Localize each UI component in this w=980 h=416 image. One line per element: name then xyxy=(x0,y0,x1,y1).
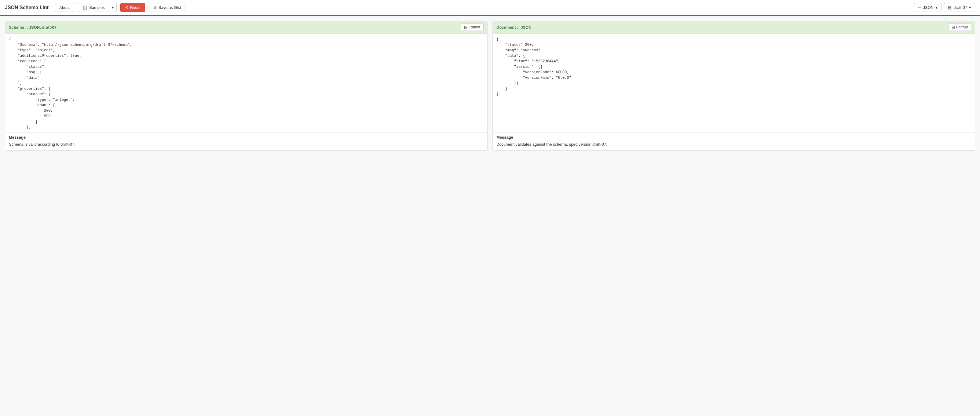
schema-panel-title: Schema :: JSON, draft-07 xyxy=(9,25,57,30)
format-icon-2: ▤ xyxy=(951,25,955,29)
reset-button[interactable]: ✕ Reset xyxy=(120,3,145,12)
json-format-dropdown[interactable]: ✏ JSON ▾ xyxy=(914,3,942,12)
caret-down-icon: ▾ xyxy=(112,5,114,10)
about-button[interactable]: About xyxy=(55,3,74,12)
document-panel-header: Document :: JSON ▤ Format xyxy=(493,21,975,33)
document-panel: Document :: JSON ▤ Format { "status":200… xyxy=(492,21,975,151)
save-gist-button[interactable]: ⬇ Save as Gist xyxy=(149,3,186,12)
document-editor: { "status":200, "msg": "success", "data"… xyxy=(493,33,975,132)
document-message-label: Message xyxy=(493,132,975,141)
schema-format-button[interactable]: ▤ Format xyxy=(461,24,484,31)
document-panel-title: Document :: JSON xyxy=(496,25,531,30)
samples-button[interactable]: 📋 Samples xyxy=(78,3,109,12)
columns-icon: ▤ xyxy=(948,5,951,10)
main-content: Schema :: JSON, draft-07 ▤ Format { "$sc… xyxy=(0,16,980,156)
schema-message-text: Schema is valid according to draft-07. xyxy=(5,141,487,150)
schema-textarea[interactable]: { "$schema": "http://json-schema.org/dra… xyxy=(5,33,487,131)
schema-panel-header: Schema :: JSON, draft-07 ▤ Format xyxy=(5,21,487,33)
times-icon: ✕ xyxy=(125,5,128,10)
schema-message-label: Message xyxy=(5,132,487,141)
pencil-icon: ✏ xyxy=(918,5,921,10)
caret-icon-2: ▾ xyxy=(969,5,971,10)
format-icon: ▤ xyxy=(464,25,468,29)
document-textarea[interactable]: { "status":200, "msg": "success", "data"… xyxy=(493,33,975,131)
download-icon: ⬇ xyxy=(153,5,157,10)
samples-dropdown-button[interactable]: ▾ xyxy=(109,3,117,12)
copy-icon: 📋 xyxy=(83,5,88,10)
app-title: JSON Schema Lint xyxy=(5,5,49,10)
document-message-text: Document validates against the schema, s… xyxy=(493,141,975,150)
caret-icon: ▾ xyxy=(935,5,937,10)
schema-panel: Schema :: JSON, draft-07 ▤ Format { "$sc… xyxy=(5,21,488,151)
schema-editor: { "$schema": "http://json-schema.org/dra… xyxy=(5,33,487,132)
navbar-right: ✏ JSON ▾ ▤ draft-07 ▾ xyxy=(914,3,975,12)
navbar: JSON Schema Lint About 📋 Samples ▾ ✕ Res… xyxy=(0,0,980,16)
document-format-button[interactable]: ▤ Format xyxy=(948,24,971,31)
draft-version-dropdown[interactable]: ▤ draft-07 ▾ xyxy=(944,3,975,12)
